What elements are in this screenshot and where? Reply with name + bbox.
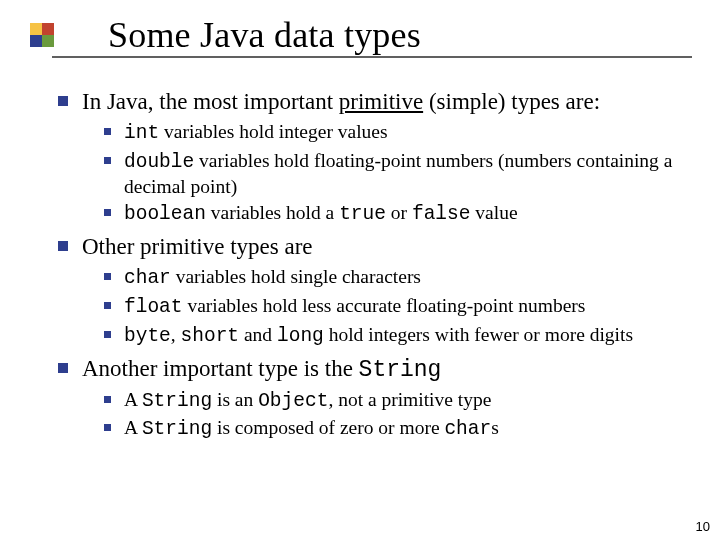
sub-list: A String is an Object, not a primitive t… xyxy=(104,388,698,443)
code-keyword: char xyxy=(444,418,491,440)
text: is composed of zero or more xyxy=(212,417,444,438)
text: A xyxy=(124,417,142,438)
bullet-text: A String is an Object, not a primitive t… xyxy=(124,388,491,414)
bullet-text: Another important type is the String xyxy=(82,355,441,384)
text: A xyxy=(124,389,142,410)
code-keyword: Object xyxy=(258,390,328,412)
square-bullet-icon xyxy=(104,128,111,135)
accent-sq-red xyxy=(42,23,54,35)
bullet-text: byte, short and long hold integers with … xyxy=(124,323,633,349)
page-number: 10 xyxy=(696,519,710,534)
code-keyword: short xyxy=(181,325,240,347)
accent-sq-yellow xyxy=(30,23,42,35)
square-bullet-icon xyxy=(104,331,111,338)
code-keyword: int xyxy=(124,122,159,144)
text: , xyxy=(171,324,181,345)
code-keyword: false xyxy=(412,203,471,225)
code-keyword: byte xyxy=(124,325,171,347)
text: variables hold floating-point numbers (n… xyxy=(124,150,672,197)
bullet-level2: double variables hold floating-point num… xyxy=(104,149,698,199)
text: variables hold integer values xyxy=(159,121,388,142)
bullet-level2: byte, short and long hold integers with … xyxy=(104,323,698,349)
accent-sq-blue xyxy=(30,35,42,47)
text: s xyxy=(491,417,499,438)
code-keyword: String xyxy=(359,357,442,383)
square-bullet-icon xyxy=(58,96,68,106)
bullet-text: int variables hold integer values xyxy=(124,120,388,146)
square-bullet-icon xyxy=(104,157,111,164)
bullet-level1: Other primitive types are xyxy=(58,233,698,261)
bullet-level2: A String is an Object, not a primitive t… xyxy=(104,388,698,414)
code-keyword: boolean xyxy=(124,203,206,225)
text: In Java, the most important xyxy=(82,89,339,114)
code-keyword: char xyxy=(124,267,171,289)
text: , not a primitive type xyxy=(328,389,491,410)
bullet-text: A String is composed of zero or more cha… xyxy=(124,416,499,442)
text: is an xyxy=(212,389,258,410)
text: variables hold a xyxy=(206,202,339,223)
square-bullet-icon xyxy=(58,241,68,251)
bullet-level2: char variables hold single characters xyxy=(104,265,698,291)
text: value xyxy=(470,202,517,223)
sub-list: int variables hold integer values double… xyxy=(104,120,698,227)
square-bullet-icon xyxy=(104,424,111,431)
code-keyword: true xyxy=(339,203,386,225)
title-bar: Some Java data types xyxy=(0,14,720,56)
bullet-level2: A String is composed of zero or more cha… xyxy=(104,416,698,442)
text: (simple) types are: xyxy=(423,89,600,114)
bullet-text: In Java, the most important primitive (s… xyxy=(82,88,600,116)
bullet-level1: In Java, the most important primitive (s… xyxy=(58,88,698,116)
code-keyword: String xyxy=(142,418,212,440)
bullet-text: boolean variables hold a true or false v… xyxy=(124,201,518,227)
bullet-level1: Another important type is the String xyxy=(58,355,698,384)
text: variables hold single characters xyxy=(171,266,421,287)
code-keyword: String xyxy=(142,390,212,412)
page-title: Some Java data types xyxy=(108,14,421,56)
square-bullet-icon xyxy=(104,209,111,216)
square-bullet-icon xyxy=(58,363,68,373)
code-keyword: long xyxy=(277,325,324,347)
text: and xyxy=(239,324,277,345)
underlined-word: primitive xyxy=(339,89,423,114)
square-bullet-icon xyxy=(104,302,111,309)
slide: Some Java data types In Java, the most i… xyxy=(0,0,720,540)
text: variables hold less accurate floating-po… xyxy=(183,295,586,316)
text: or xyxy=(386,202,412,223)
title-rule xyxy=(52,56,692,58)
bullet-level2: float variables hold less accurate float… xyxy=(104,294,698,320)
bullet-text: float variables hold less accurate float… xyxy=(124,294,585,320)
text: Another important type is the xyxy=(82,356,359,381)
code-keyword: float xyxy=(124,296,183,318)
accent-sq-green xyxy=(42,35,54,47)
text: hold integers with fewer or more digits xyxy=(324,324,633,345)
bullet-text: char variables hold single characters xyxy=(124,265,421,291)
bullet-level2: boolean variables hold a true or false v… xyxy=(104,201,698,227)
accent-logo xyxy=(30,23,54,47)
bullet-level2: int variables hold integer values xyxy=(104,120,698,146)
square-bullet-icon xyxy=(104,396,111,403)
body: In Java, the most important primitive (s… xyxy=(58,82,698,448)
code-keyword: double xyxy=(124,151,194,173)
sub-list: char variables hold single characters fl… xyxy=(104,265,698,348)
bullet-text: double variables hold floating-point num… xyxy=(124,149,698,199)
bullet-text: Other primitive types are xyxy=(82,233,313,261)
square-bullet-icon xyxy=(104,273,111,280)
